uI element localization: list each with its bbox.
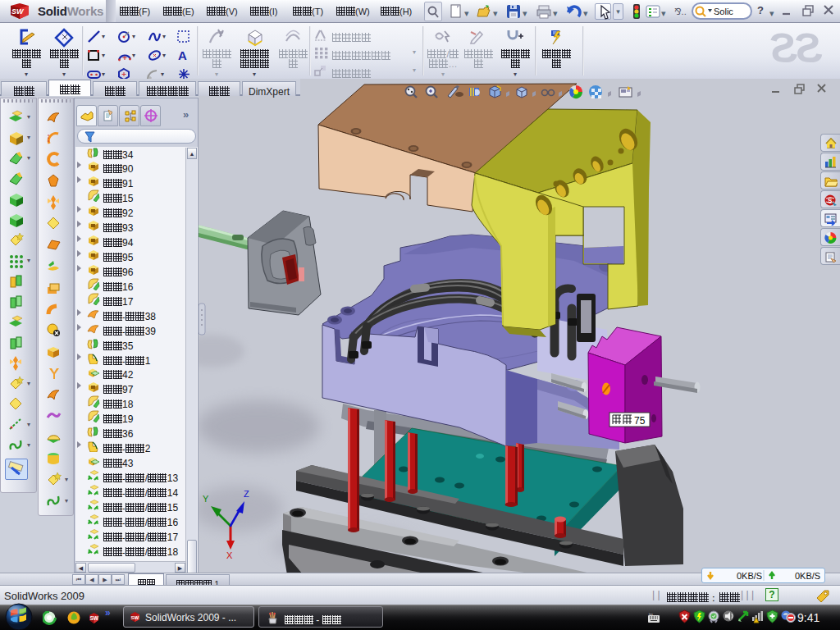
svg-text:SW: SW xyxy=(90,615,99,621)
svg-text:0KB/S: 0KB/S xyxy=(795,571,820,581)
svg-text:SW: SW xyxy=(11,7,25,16)
svg-text:SW: SW xyxy=(131,615,139,620)
svg-text:S: S xyxy=(828,197,833,204)
svg-text:0KB/S: 0KB/S xyxy=(737,571,762,581)
svg-text:A: A xyxy=(178,48,187,62)
svg-text:X: X xyxy=(226,550,233,560)
svg-text:Solic: Solic xyxy=(714,7,733,16)
svg-text:key: key xyxy=(649,613,653,616)
svg-text:Y: Y xyxy=(203,494,209,504)
svg-text:Z: Z xyxy=(244,489,249,499)
svg-text:75: 75 xyxy=(634,415,646,427)
svg-text:!: ! xyxy=(758,619,759,623)
